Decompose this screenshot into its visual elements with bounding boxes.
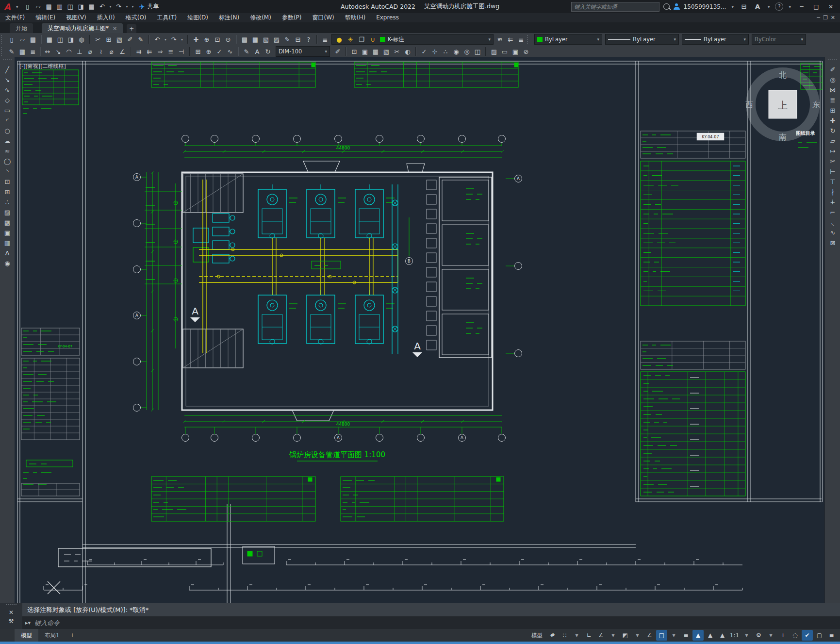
dim-update-icon[interactable]: ↻ [263, 46, 273, 57]
group-icon[interactable]: ◉ [451, 46, 461, 57]
insert-block-icon[interactable]: ⊡ [349, 46, 359, 57]
workspace-dropdown-icon[interactable]: ▾ [765, 630, 776, 641]
markup-icon[interactable]: ✎ [282, 34, 292, 45]
join-icon[interactable]: ∔ [828, 197, 838, 207]
designcenter-icon[interactable]: ▦ [250, 34, 260, 45]
dim-style-manager-icon[interactable]: ✎ [7, 46, 16, 57]
layer-on-icon[interactable]: ● [334, 34, 344, 45]
layer-make-current-icon[interactable]: ≋ [495, 34, 505, 45]
scale-dropdown-icon[interactable]: ▾ [741, 630, 752, 641]
blend-curves-icon[interactable]: ∿ [828, 228, 838, 238]
lineweight-display-icon[interactable]: ≡ [680, 630, 692, 641]
table-icon[interactable]: ▦ [2, 238, 12, 248]
layer-previous-icon[interactable]: ⇇ [506, 34, 515, 45]
dim-linear-icon[interactable]: ↔ [43, 46, 52, 57]
zoom-window-icon[interactable]: ⊡ [213, 34, 222, 45]
undo-icon[interactable]: ↶ [152, 34, 162, 45]
menu-item[interactable]: 帮助(H) [340, 13, 371, 22]
search-icon[interactable] [663, 3, 670, 10]
copy-icon[interactable]: ⊞ [104, 34, 114, 45]
extend-icon[interactable]: ⊢ [828, 166, 838, 177]
dim-radius-icon[interactable]: ⌀ [85, 46, 95, 57]
mtext-icon[interactable]: A [2, 248, 12, 258]
object-snap-tracking-icon[interactable]: ∠ [644, 630, 655, 641]
new-tab-button[interactable]: + [127, 24, 136, 33]
workspace-switching-icon[interactable]: ⚙ [753, 630, 764, 641]
command-input-row[interactable]: ▸▾ [22, 616, 840, 629]
purge-icon[interactable]: ⊘ [521, 46, 531, 57]
dim-text-edit-icon[interactable]: A [252, 46, 262, 57]
dim-aligned-icon[interactable]: ↘ [53, 46, 63, 57]
boundary-icon[interactable]: ▭ [500, 46, 510, 57]
annotation-visibility-icon[interactable]: ▲ [692, 630, 704, 641]
annotation-scale-value[interactable]: 1:1 [729, 630, 740, 641]
menu-item[interactable]: 格式(O) [120, 13, 152, 22]
menu-item[interactable]: 编辑(E) [30, 13, 61, 22]
user-avatar-icon[interactable] [674, 3, 680, 10]
drawing-canvas[interactable]: [-][俯视][二维线框]KY-04-074480044800AAAAABAA锅… [15, 57, 824, 603]
paste-icon[interactable]: ▧ [115, 34, 124, 45]
menu-item[interactable]: 插入(I) [92, 13, 120, 22]
sheet-set-manager-icon[interactable]: ▨ [272, 34, 281, 45]
properties-palette-icon[interactable]: ▤ [240, 34, 249, 45]
customization-menu-icon[interactable]: ≡ [826, 630, 837, 641]
minimize-button[interactable]: ─ [796, 3, 807, 10]
layer-translate-icon[interactable]: ≣ [28, 46, 38, 57]
dim-jogged-icon[interactable]: ≀ [96, 46, 106, 57]
doc-restore-button[interactable]: ❐ [823, 15, 828, 21]
pan-icon[interactable]: ✚ [191, 34, 201, 45]
qat-customize-icon[interactable]: ▾ [131, 1, 135, 12]
help-icon[interactable]: ? [304, 34, 313, 45]
isolate-objects-icon[interactable]: ◌ [790, 630, 801, 641]
polar-dropdown-icon[interactable]: ▾ [608, 630, 619, 641]
lineweight-combo[interactable]: ByLayer ▾ [682, 34, 749, 45]
dim-jogline-icon[interactable]: ∿ [225, 46, 235, 57]
dimstyle-combo-dropdown-icon[interactable]: ▾ [325, 49, 327, 54]
tab-drawing[interactable]: 某空调动力机房施工图* × [42, 23, 123, 33]
rotate-icon[interactable]: ↻ [828, 126, 838, 136]
gradient-icon[interactable]: ▩ [2, 217, 12, 228]
search-input[interactable] [571, 2, 659, 12]
cut-icon[interactable]: ✂ [93, 34, 103, 45]
command-input[interactable] [33, 619, 840, 627]
help-icon[interactable]: ? [775, 2, 783, 11]
match-cell-icon[interactable]: ✐ [125, 34, 135, 45]
tab-close-icon[interactable]: × [113, 25, 117, 32]
a-dropdown-icon[interactable]: ▾ [768, 4, 770, 9]
toolbar-grip[interactable] [1, 35, 4, 44]
layer-properties-icon[interactable]: ≣ [320, 34, 330, 45]
ungroup-icon[interactable]: ◎ [462, 46, 472, 57]
layer-combo-dropdown-icon[interactable]: ▾ [488, 37, 491, 42]
line-icon[interactable]: ╱ [2, 65, 12, 75]
menu-item[interactable]: 修改(M) [245, 13, 277, 22]
app-store-cart-icon[interactable]: ⊟ [739, 1, 749, 12]
dimstyle-combo[interactable]: DIM-100 ▾ [276, 46, 330, 57]
undo-dropdown-icon[interactable]: ▾ [163, 34, 168, 45]
break-at-point-icon[interactable]: ⊤ [828, 177, 838, 187]
adjust-icon[interactable]: ◐ [403, 46, 412, 57]
mirror-icon[interactable]: ⋈ [828, 85, 838, 95]
graphics-performance-icon[interactable]: ✔ [802, 630, 813, 641]
tolerance-icon[interactable]: ⊞ [193, 46, 203, 57]
erase-icon[interactable]: ✐ [828, 65, 838, 75]
grid-display-icon[interactable]: # [547, 630, 558, 641]
web-publish-icon[interactable]: ◍ [77, 34, 86, 45]
dim-style-apply-icon[interactable]: ✐ [333, 46, 343, 57]
ellipse-icon[interactable]: ◯ [2, 156, 12, 166]
print-icon[interactable]: ▦ [45, 34, 54, 45]
menu-item[interactable]: 参数(P) [277, 13, 307, 22]
clip-icon[interactable]: ✂ [392, 46, 402, 57]
clean-screen-icon[interactable]: ▢ [814, 630, 825, 641]
new-file-icon[interactable]: ▯ [23, 1, 33, 12]
close-button[interactable]: ✕ [825, 3, 836, 10]
zoom-previous-icon[interactable]: ⊙ [223, 34, 233, 45]
point-style-icon[interactable]: ∴ [441, 46, 450, 57]
print-icon[interactable]: ▦ [87, 1, 97, 12]
offset-icon[interactable]: ≣ [828, 95, 838, 105]
snap-mode-icon[interactable]: ∷ [559, 630, 570, 641]
layout-tab-model[interactable]: 模型 [15, 629, 38, 642]
zoom-realtime-icon[interactable]: ⊕ [202, 34, 212, 45]
toolbar-grip[interactable] [3, 59, 12, 63]
dim-inspect-icon[interactable]: ✓ [214, 46, 224, 57]
dim-angular-icon[interactable]: ∠ [117, 46, 127, 57]
